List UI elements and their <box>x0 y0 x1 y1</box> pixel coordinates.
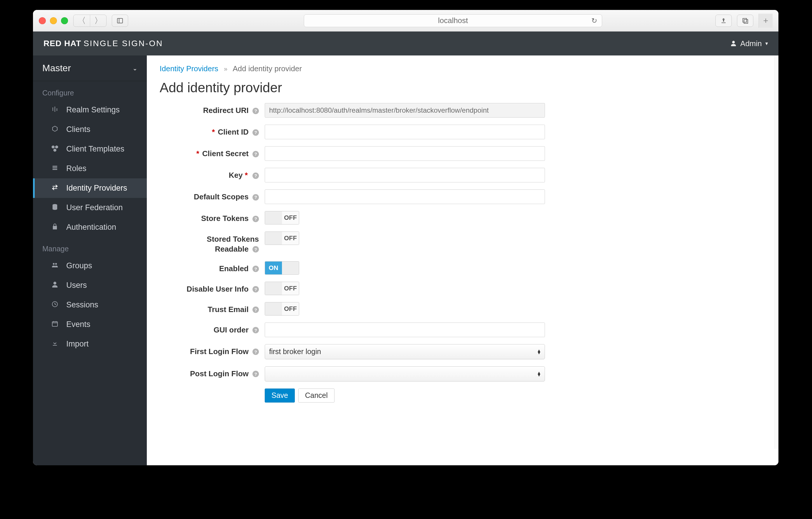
stored-tokens-readable-label-2: Readable <box>215 244 249 253</box>
sidebar-item-import[interactable]: Import <box>33 334 147 354</box>
client-id-field[interactable] <box>265 125 545 139</box>
trust-email-toggle[interactable]: OFF <box>265 302 299 316</box>
sidebar-item-authentication[interactable]: Authentication <box>33 218 147 237</box>
sidebar-item-realm-settings[interactable]: Realm Settings <box>33 100 147 120</box>
help-icon[interactable]: ? <box>253 327 259 333</box>
save-button[interactable]: Save <box>265 388 295 403</box>
key-field[interactable] <box>265 168 545 182</box>
required-mark: * <box>245 171 248 179</box>
user-label: Admin <box>740 39 762 48</box>
page-title: Add identity provider <box>160 80 765 95</box>
sidebar-toggle-button[interactable] <box>112 15 128 27</box>
sidebar-item-identity-providers[interactable]: Identity Providers <box>33 178 147 198</box>
sidebar-item-users[interactable]: Users <box>33 276 147 295</box>
help-icon[interactable]: ? <box>253 129 259 136</box>
sidebar-item-events[interactable]: Events <box>33 315 147 334</box>
stored-tokens-readable-label-1: Stored Tokens <box>207 235 259 243</box>
help-icon[interactable]: ? <box>253 246 259 253</box>
sidebar-item-label: Clients <box>66 125 90 134</box>
help-icon[interactable]: ? <box>253 173 259 179</box>
chevron-down-icon: ▾ <box>765 40 768 47</box>
new-tab-button[interactable]: + <box>759 14 773 28</box>
store-tokens-toggle[interactable]: OFF <box>265 211 299 225</box>
stored-tokens-readable-toggle[interactable]: OFF <box>265 231 299 245</box>
client-secret-field[interactable] <box>265 146 545 161</box>
enabled-toggle[interactable]: ON <box>265 261 299 275</box>
default-scopes-field[interactable] <box>265 190 545 204</box>
sliders-icon <box>51 106 59 114</box>
brand-logo: RED HAT SINGLE SIGN-ON <box>44 39 163 48</box>
select-arrows-icon: ▲▼ <box>537 371 541 376</box>
help-icon[interactable]: ? <box>253 216 259 222</box>
back-button[interactable]: 〈 <box>74 15 90 27</box>
sidebar-item-roles[interactable]: Roles <box>33 159 147 178</box>
sidebar-item-label: Authentication <box>66 223 116 232</box>
window-controls <box>39 17 68 24</box>
trust-email-label: Trust Email <box>208 305 249 314</box>
sidebar-item-label: User Federation <box>66 203 123 212</box>
help-icon[interactable]: ? <box>253 151 259 157</box>
breadcrumb: Identity Providers » Add identity provid… <box>147 55 778 76</box>
sidebar-item-label: Import <box>66 340 89 349</box>
address-text: localhost <box>438 16 468 25</box>
enabled-label: Enabled <box>219 264 249 273</box>
minimize-window-button[interactable] <box>50 17 57 24</box>
sidebar-item-label: Identity Providers <box>66 183 127 193</box>
post-login-flow-label: Post Login Flow <box>190 369 249 378</box>
select-arrows-icon: ▲▼ <box>537 349 541 354</box>
toggle-off-label: OFF <box>282 282 299 295</box>
maximize-window-button[interactable] <box>61 17 68 24</box>
gui-order-label: GUI order <box>214 325 249 334</box>
post-login-flow-select[interactable]: ▲▼ <box>265 366 545 381</box>
list-icon <box>51 164 59 173</box>
cubes-icon <box>51 145 59 153</box>
scrollbar-track[interactable] <box>774 55 778 449</box>
first-login-flow-value: first broker login <box>269 347 321 356</box>
help-icon[interactable]: ? <box>253 266 259 272</box>
first-login-flow-select[interactable]: first broker login ▲▼ <box>265 344 545 359</box>
key-label: Key <box>229 171 243 179</box>
tabs-button[interactable] <box>737 15 753 27</box>
help-icon[interactable]: ? <box>253 349 259 355</box>
svg-rect-2 <box>743 19 747 22</box>
reload-icon[interactable]: ↻ <box>591 17 597 25</box>
sidebar-item-label: Sessions <box>66 300 98 310</box>
sidebar-item-label: Groups <box>66 261 92 270</box>
cancel-button[interactable]: Cancel <box>298 388 335 403</box>
user-icon <box>51 281 59 290</box>
brand-bold: RED HAT <box>44 39 81 48</box>
gui-order-field[interactable] <box>265 322 545 337</box>
forward-button[interactable]: 〉 <box>90 15 106 27</box>
default-scopes-label: Default Scopes <box>194 192 249 201</box>
help-icon[interactable]: ? <box>253 286 259 292</box>
nav-back-forward: 〈 〉 <box>73 15 107 27</box>
redirect-uri-field[interactable] <box>265 103 545 118</box>
user-icon <box>730 40 737 47</box>
help-icon[interactable]: ? <box>253 307 259 313</box>
svg-rect-3 <box>744 20 748 23</box>
store-tokens-label: Store Tokens <box>201 214 249 223</box>
breadcrumb-root-link[interactable]: Identity Providers <box>160 64 218 73</box>
help-icon[interactable]: ? <box>253 108 259 114</box>
chevron-down-icon: ⌄ <box>133 65 138 72</box>
help-icon[interactable]: ? <box>253 194 259 201</box>
share-button[interactable] <box>715 15 732 27</box>
sidebar-item-groups[interactable]: Groups <box>33 256 147 276</box>
required-mark: * <box>212 127 215 136</box>
close-window-button[interactable] <box>39 17 46 24</box>
sidebar-item-clients[interactable]: Clients <box>33 120 147 139</box>
address-bar[interactable]: localhost ↻ <box>304 14 602 27</box>
svg-rect-6 <box>52 322 58 326</box>
realm-selector[interactable]: Master ⌄ <box>33 55 147 81</box>
sidebar-item-client-templates[interactable]: Client Templates <box>33 139 147 159</box>
sidebar-item-sessions[interactable]: Sessions <box>33 295 147 315</box>
sidebar: Master ⌄ Configure Realm Settings Client… <box>33 55 147 465</box>
breadcrumb-current: Add identity provider <box>233 64 302 73</box>
breadcrumb-separator: » <box>224 65 227 73</box>
import-icon <box>51 340 59 349</box>
user-menu[interactable]: Admin ▾ <box>730 39 768 48</box>
sidebar-item-user-federation[interactable]: User Federation <box>33 198 147 218</box>
disable-user-info-toggle[interactable]: OFF <box>265 282 299 295</box>
help-icon[interactable]: ? <box>253 371 259 377</box>
browser-window: 〈 〉 localhost ↻ + RED HAT SINGLE SIGN-ON <box>33 10 778 465</box>
